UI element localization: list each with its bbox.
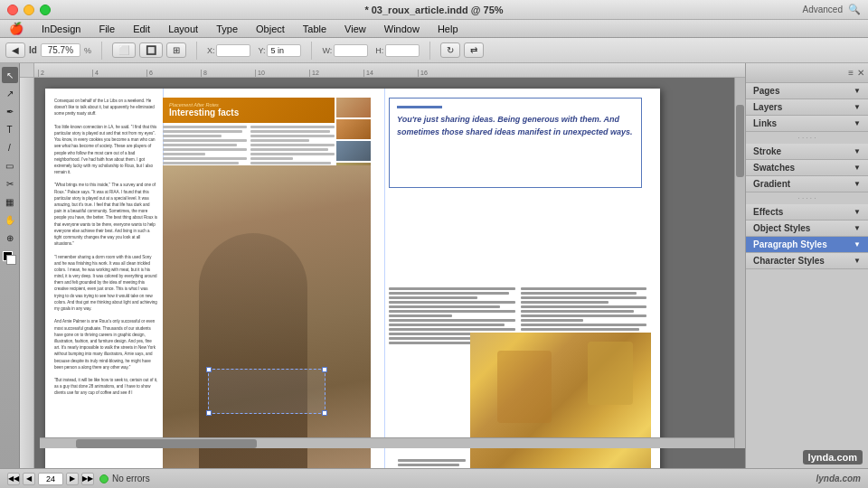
paragraph-styles-section: Paragraph Styles ▼: [746, 237, 868, 253]
menu-table[interactable]: Table: [299, 23, 330, 34]
apple-menu[interactable]: 🍎: [5, 22, 27, 35]
app-icon: Id: [29, 45, 37, 55]
layers-section: Layers ▼: [746, 99, 868, 116]
h-scrollbar[interactable]: [40, 437, 745, 448]
ruler-tick: 10: [255, 70, 309, 77]
menu-help[interactable]: Help: [434, 23, 462, 34]
menu-file[interactable]: File: [95, 23, 118, 34]
menu-window[interactable]: Window: [381, 23, 423, 34]
layers-label: Layers: [753, 102, 782, 112]
text-tool[interactable]: T: [2, 121, 18, 137]
pull-quote: You're just sharing ideas. Being generou…: [389, 98, 642, 188]
article-text-left: Consequat on behalf of the Lo Libs on a …: [54, 98, 158, 397]
object-styles-section: Object Styles ▼: [746, 221, 868, 237]
direct-select-tool[interactable]: ↗: [2, 85, 18, 101]
y-label: Y:: [258, 46, 265, 55]
menu-layout[interactable]: Layout: [165, 23, 202, 34]
toolbar-separator-4: [429, 42, 430, 60]
toolbar-back-btn[interactable]: ◀: [5, 42, 25, 58]
center-column: Placement After Rotes Interesting facts: [163, 98, 380, 468]
pages-section-header[interactable]: Pages ▼: [746, 83, 868, 99]
gradient-tool[interactable]: ▦: [2, 193, 18, 210]
column-guide: [384, 89, 385, 468]
scissors-tool[interactable]: ✂: [2, 175, 18, 192]
toolbar-separator-1: [101, 42, 102, 60]
search-icon[interactable]: 🔍: [848, 4, 861, 15]
zoom-display[interactable]: 75.7%: [41, 43, 80, 57]
ruler-tick: 6: [146, 70, 201, 77]
object-styles-arrow: ▼: [854, 224, 861, 232]
layers-arrow: ▼: [854, 103, 861, 111]
w-label: W:: [322, 46, 332, 55]
w-input[interactable]: [334, 44, 368, 57]
panel-top-bar: ≡ ✕: [746, 63, 868, 83]
canvas-area[interactable]: 2 4 6 8 10 12 14 16 Consequat on behalf …: [20, 63, 745, 468]
effects-section-header[interactable]: Effects ▼: [746, 204, 868, 220]
prev-spread-btn[interactable]: ◀: [23, 473, 35, 485]
swatches-section: Swatches ▼: [746, 160, 868, 176]
menu-type[interactable]: Type: [212, 23, 241, 34]
pages-arrow: ▼: [854, 87, 861, 95]
x-input[interactable]: [216, 44, 250, 57]
x-coordinate: X:: [207, 44, 251, 57]
transform-controls: ↻ ⇄: [440, 42, 484, 58]
ruler-corner: [20, 63, 34, 78]
hand-tool[interactable]: ✋: [2, 211, 18, 228]
close-button[interactable]: [7, 5, 18, 15]
tools-panel: ↖ ↗ ✒ T / ▭ ✂ ▦ ✋ ⊕: [0, 63, 20, 468]
rect-tool[interactable]: ▭: [2, 157, 18, 174]
zoom-percent: %: [84, 46, 91, 55]
menu-view[interactable]: View: [341, 23, 370, 34]
frame-btn-3[interactable]: ⊞: [166, 42, 186, 58]
frame-btn-2[interactable]: 🔲: [139, 42, 163, 58]
menu-edit[interactable]: Edit: [129, 23, 154, 34]
h-scrollbar-thumb[interactable]: [76, 439, 257, 448]
ruler-tick: 14: [363, 70, 418, 77]
stroke-arrow: ▼: [854, 147, 861, 155]
flip-btn[interactable]: ⇄: [464, 42, 484, 58]
links-section-header[interactable]: Links ▼: [746, 116, 868, 131]
v-scrollbar[interactable]: [734, 78, 745, 448]
pen-tool[interactable]: ✒: [2, 103, 18, 119]
panel-close-icon[interactable]: ✕: [857, 68, 864, 78]
lynda-overlay: lynda.com: [803, 450, 863, 465]
brand-text: lynda.com: [816, 474, 861, 483]
paragraph-styles-header[interactable]: Paragraph Styles ▼: [746, 237, 868, 252]
gradient-section: Gradient ▼: [746, 176, 868, 192]
gradient-section-header[interactable]: Gradient ▼: [746, 176, 868, 192]
toolbar-separator-2: [196, 42, 197, 60]
swatches-section-header[interactable]: Swatches ▼: [746, 160, 868, 175]
h-input[interactable]: [385, 44, 420, 57]
prev-page-btn[interactable]: ◀◀: [7, 473, 20, 485]
selected-text-frame[interactable]: [208, 369, 326, 414]
color-swatches[interactable]: [3, 251, 17, 266]
title-text: Interesting facts: [169, 108, 328, 118]
v-scrollbar-thumb[interactable]: [736, 105, 744, 177]
error-text: No errors: [112, 474, 150, 483]
ruler-tick: 2: [38, 70, 92, 77]
line-tool[interactable]: /: [2, 139, 18, 155]
menu-object[interactable]: Object: [252, 23, 288, 34]
zoom-tool[interactable]: ⊕: [2, 230, 18, 246]
menu-bar: 🍎 InDesign File Edit Layout Type Object …: [0, 20, 868, 38]
character-styles-section-header[interactable]: Character Styles ▼: [746, 253, 868, 268]
next-page-btn[interactable]: ▶▶: [81, 473, 94, 485]
maximize-button[interactable]: [40, 5, 51, 15]
next-spread-btn[interactable]: ▶: [66, 473, 79, 485]
menu-indesign[interactable]: InDesign: [38, 23, 84, 34]
y-input[interactable]: [267, 44, 301, 57]
object-styles-section-header[interactable]: Object Styles ▼: [746, 221, 868, 236]
selection-tool[interactable]: ↖: [2, 67, 18, 83]
rotate-btn[interactable]: ↻: [440, 42, 460, 58]
minimize-button[interactable]: [24, 5, 34, 15]
stroke-section-header[interactable]: Stroke ▼: [746, 144, 868, 159]
frame-btn-1[interactable]: ⬜: [112, 42, 136, 58]
page-number-input[interactable]: [38, 473, 63, 485]
layers-section-header[interactable]: Layers ▼: [746, 99, 868, 115]
panel-menu-icon[interactable]: ≡: [848, 68, 854, 78]
ruler-tick: 16: [418, 70, 472, 77]
pages-section: Pages ▼: [746, 83, 868, 99]
paragraph-styles-arrow: ▼: [854, 240, 861, 249]
links-section: Links ▼: [746, 116, 868, 132]
x-label: X:: [207, 46, 215, 55]
